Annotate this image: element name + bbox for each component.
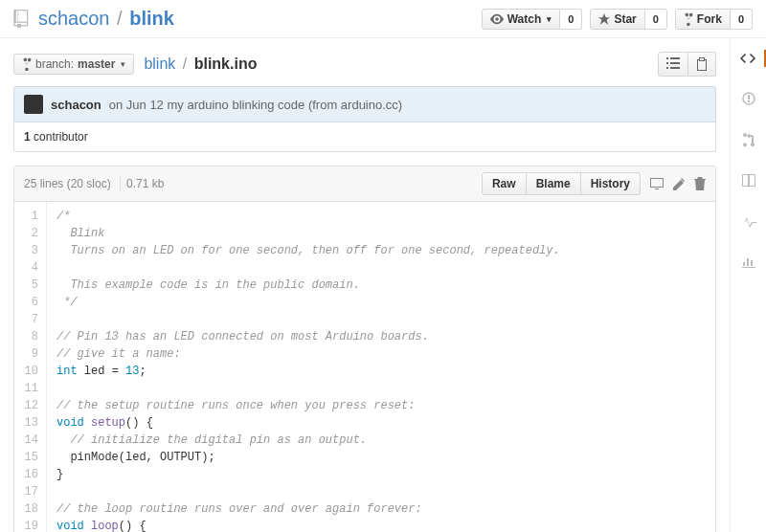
- line-number[interactable]: 16: [22, 466, 38, 483]
- star-button[interactable]: Star: [590, 9, 644, 30]
- code-line: This example code is in the public domai…: [56, 277, 574, 294]
- sidebar-code[interactable]: [731, 50, 766, 67]
- fork-icon: [684, 12, 693, 26]
- line-number[interactable]: 14: [22, 432, 38, 449]
- sidebar-issues[interactable]: [731, 90, 766, 107]
- raw-button[interactable]: Raw: [482, 172, 527, 195]
- code-line: */: [56, 294, 574, 311]
- line-number[interactable]: 7: [22, 311, 38, 328]
- line-number[interactable]: 18: [22, 500, 38, 518]
- file-lines: 25 lines (20 sloc): [24, 177, 111, 190]
- book-icon: [741, 174, 756, 188]
- code-line: pinMode(led, OUTPUT);: [56, 449, 574, 466]
- graph-icon: [742, 255, 755, 268]
- delete-button[interactable]: [694, 177, 706, 190]
- line-numbers: 123456789101112131415161718192021222324: [14, 202, 47, 532]
- file-header: 25 lines (20 sloc) 0.71 kb Raw Blame His…: [14, 166, 715, 202]
- file-actions: Raw Blame History: [482, 172, 706, 195]
- star-count[interactable]: 0: [645, 9, 667, 30]
- repo-title: schacon / blink: [38, 8, 174, 30]
- history-button[interactable]: History: [581, 172, 641, 195]
- line-number[interactable]: 10: [22, 363, 38, 380]
- repo-icon: [13, 10, 31, 29]
- clipboard-icon: [696, 57, 708, 71]
- code-line: // Pin 13 has an LED connected on most A…: [56, 328, 574, 345]
- svg-rect-1: [748, 95, 750, 100]
- code-line: // the loop routine runs over and over a…: [56, 500, 574, 518]
- code-line: int led = 13;: [56, 363, 574, 380]
- screen-icon: [650, 178, 664, 189]
- code-line: // give it a name:: [56, 345, 574, 363]
- line-number[interactable]: 12: [22, 397, 38, 414]
- copy-path-button[interactable]: [688, 52, 716, 77]
- sidebar: [730, 38, 766, 532]
- line-number[interactable]: 3: [22, 242, 38, 259]
- commit-author[interactable]: schacon: [51, 98, 101, 112]
- fork-label: Fork: [697, 12, 722, 26]
- caret-icon: ▾: [547, 14, 552, 24]
- commit-date: on Jun 12: [109, 98, 164, 112]
- code-view: 123456789101112131415161718192021222324 …: [14, 202, 715, 532]
- commit-message: my arduino blinking code (from arduino.c…: [167, 98, 402, 112]
- code-line: Blink: [56, 225, 574, 242]
- sidebar-pulls[interactable]: [731, 130, 766, 149]
- code-line: [56, 311, 574, 328]
- edit-button[interactable]: [673, 177, 685, 190]
- line-number[interactable]: 11: [22, 380, 38, 397]
- fork-button[interactable]: Fork: [675, 9, 731, 30]
- main: branch: master ▾ blink / blink.ino schac…: [0, 38, 766, 532]
- commit-box: schacon on Jun 12 my arduino blinking co…: [13, 86, 716, 122]
- file-info: 25 lines (20 sloc) 0.71 kb: [24, 177, 164, 190]
- line-number[interactable]: 4: [22, 259, 38, 277]
- contributors-label: contributor: [34, 130, 88, 144]
- code-line: void loop() {: [56, 518, 574, 532]
- watch-count[interactable]: 0: [560, 9, 582, 30]
- line-number[interactable]: 15: [22, 449, 38, 466]
- code-line: // the setup routine runs once when you …: [56, 397, 574, 414]
- pencil-icon: [673, 177, 685, 190]
- file-size: 0.71 kb: [126, 177, 164, 190]
- line-number[interactable]: 1: [22, 208, 38, 225]
- line-number[interactable]: 5: [22, 277, 38, 294]
- repo-name-link[interactable]: blink: [129, 8, 174, 29]
- repo-owner-link[interactable]: schacon: [38, 8, 110, 29]
- star-group: Star 0: [590, 9, 666, 30]
- star-label: Star: [614, 12, 636, 26]
- repo-actions: Watch▾ 0 Star 0 Fork 0: [482, 9, 753, 30]
- avatar[interactable]: [24, 95, 43, 114]
- star-icon: [598, 13, 610, 25]
- code-line: /*: [56, 208, 574, 225]
- sidebar-pulse[interactable]: [731, 212, 766, 230]
- line-number[interactable]: 6: [22, 294, 38, 311]
- list-icon: [666, 57, 680, 69]
- line-number[interactable]: 17: [22, 483, 38, 500]
- blame-button[interactable]: Blame: [527, 172, 581, 195]
- fork-count[interactable]: 0: [731, 9, 753, 30]
- code-line: [56, 259, 574, 277]
- list-view-button[interactable]: [658, 52, 688, 77]
- fullscreen-button[interactable]: [650, 178, 664, 189]
- path-tools: [658, 52, 716, 77]
- line-number[interactable]: 9: [22, 345, 38, 363]
- separator: /: [183, 55, 187, 72]
- code-line: }: [56, 466, 574, 483]
- code-line: [56, 380, 574, 397]
- file-box: 25 lines (20 sloc) 0.71 kb Raw Blame His…: [13, 166, 716, 532]
- sidebar-wiki[interactable]: [731, 172, 766, 189]
- contributors-box: 1 contributor: [13, 122, 716, 152]
- line-number[interactable]: 8: [22, 328, 38, 345]
- sidebar-graphs[interactable]: [731, 253, 766, 270]
- line-number[interactable]: 13: [22, 414, 38, 432]
- path-root[interactable]: blink: [144, 55, 175, 72]
- line-number[interactable]: 2: [22, 225, 38, 242]
- watch-group: Watch▾ 0: [482, 9, 583, 30]
- code-lines[interactable]: /* Blink Turns on an LED on for one seco…: [47, 202, 583, 532]
- code-line: [56, 483, 574, 500]
- file-buttons: Raw Blame History: [482, 172, 641, 195]
- caret-icon: ▾: [121, 59, 125, 69]
- line-number[interactable]: 19: [22, 518, 38, 532]
- content: branch: master ▾ blink / blink.ino schac…: [0, 38, 730, 532]
- watch-button[interactable]: Watch▾: [482, 9, 561, 30]
- contributors-count: 1: [24, 130, 31, 144]
- branch-select[interactable]: branch: master ▾: [13, 54, 134, 75]
